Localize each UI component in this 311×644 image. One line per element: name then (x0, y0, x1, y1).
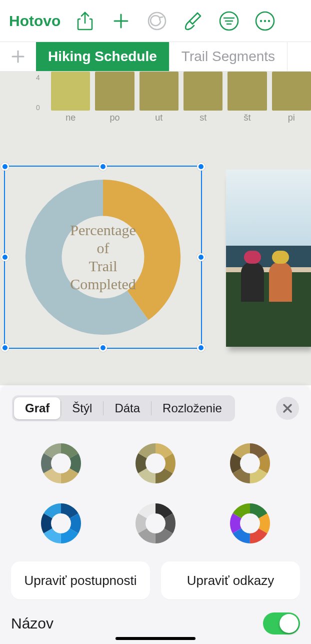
resize-handle[interactable] (1, 163, 9, 171)
format-button[interactable] (176, 7, 210, 35)
style-swatch-olive[interactable] (134, 442, 176, 484)
resize-handle[interactable] (1, 344, 9, 352)
spreadsheet-canvas[interactable]: 4 0 ne po ut st št pi PercentageofTrailC… (0, 72, 311, 385)
segment-styl[interactable]: Štýl (61, 397, 103, 419)
bar-axis-tick: 4 (36, 74, 40, 82)
organize-button[interactable] (212, 7, 246, 35)
title-toggle-label: Názov (11, 615, 54, 632)
svg-point-5 (268, 20, 270, 22)
tab-trail-segments[interactable]: Trail Segments (170, 42, 288, 71)
plus-icon (10, 49, 26, 64)
photo-object[interactable] (226, 170, 311, 347)
sheet-tabs-row: Hiking Schedule Trail Segments (0, 42, 311, 72)
bar-axis-tick: 0 (36, 104, 40, 112)
edit-references-button[interactable]: Upraviť odkazy (161, 561, 300, 599)
segment-data[interactable]: Dáta (104, 397, 151, 419)
bar-category-labels: ne po ut st št pi (51, 113, 311, 123)
bar-chart-preview[interactable]: 4 0 ne po ut st št pi (0, 72, 311, 132)
edit-sequences-button[interactable]: Upraviť postupnosti (11, 561, 150, 599)
home-indicator (116, 637, 196, 640)
undo-icon (146, 11, 168, 32)
close-icon (282, 403, 293, 414)
bar-label: pi (272, 113, 311, 123)
segment-rozlozenie[interactable]: Rozloženie (152, 397, 233, 419)
bar-label: st (184, 113, 222, 123)
done-button[interactable]: Hotovo (6, 7, 66, 35)
format-panel: Graf Štýl Dáta Rozloženie Upraviť postup… (0, 385, 311, 644)
resize-handle[interactable] (197, 163, 205, 171)
style-swatch-grid (0, 427, 311, 556)
selection-frame[interactable] (4, 166, 202, 349)
bar-label: ne (51, 113, 90, 123)
resize-handle[interactable] (99, 344, 107, 352)
paintbrush-icon (184, 11, 202, 31)
undo-button (140, 7, 174, 35)
bar-label: št (228, 113, 266, 123)
share-button[interactable] (68, 7, 102, 35)
format-segmented-control: Graf Štýl Dáta Rozloženie (12, 395, 235, 421)
bar-segment (184, 72, 222, 111)
more-icon (254, 11, 276, 32)
plus-icon (112, 13, 130, 30)
svg-point-3 (260, 20, 262, 22)
style-swatch-mono[interactable] (134, 502, 176, 544)
title-toggle[interactable] (263, 612, 300, 634)
bar-segment (51, 72, 90, 111)
bar-label: ut (140, 113, 178, 123)
share-icon (76, 11, 94, 31)
bar-segment (228, 72, 266, 111)
resize-handle[interactable] (197, 344, 205, 352)
bar-segment (140, 72, 178, 111)
svg-point-4 (264, 20, 266, 22)
resize-handle[interactable] (197, 253, 205, 261)
segment-graf[interactable]: Graf (14, 397, 60, 419)
tab-hiking-schedule[interactable]: Hiking Schedule (36, 42, 170, 71)
resize-handle[interactable] (1, 253, 9, 261)
style-swatch-blue[interactable] (40, 502, 82, 544)
style-swatch-bright[interactable] (229, 502, 271, 544)
more-button[interactable] (248, 7, 282, 35)
bar-segment (272, 72, 311, 111)
add-button[interactable] (104, 7, 138, 35)
add-sheet-button[interactable] (0, 42, 36, 71)
bar-label: po (95, 113, 134, 123)
style-swatch-earth[interactable] (40, 442, 82, 484)
filter-icon (218, 11, 240, 32)
resize-handle[interactable] (99, 163, 107, 171)
style-swatch-warm[interactable] (229, 442, 271, 484)
bar-segment (95, 72, 134, 111)
close-panel-button[interactable] (276, 397, 299, 420)
top-toolbar: Hotovo (0, 0, 311, 42)
